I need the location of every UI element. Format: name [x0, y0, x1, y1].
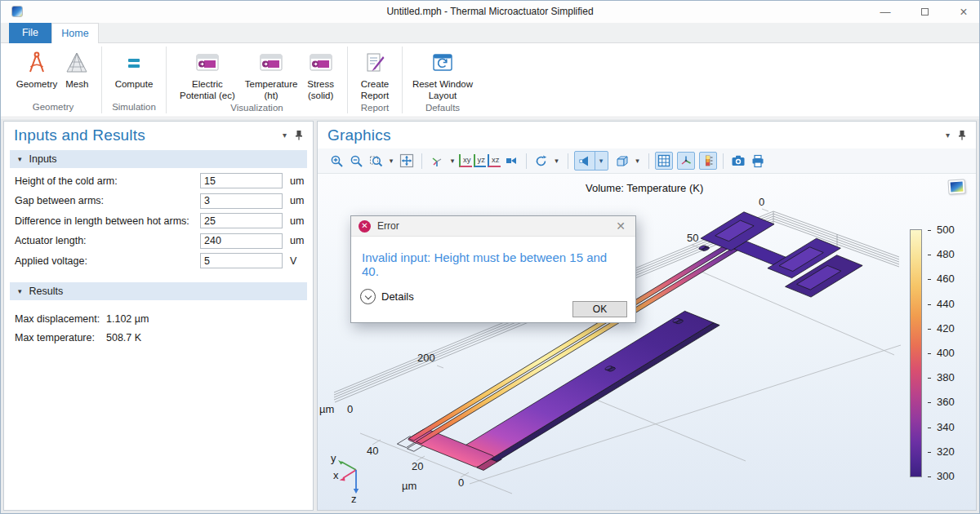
- unit-label: um: [283, 195, 307, 206]
- rotate-icon[interactable]: [532, 152, 550, 170]
- temperature-button[interactable]: Temperature (ht): [242, 47, 301, 103]
- error-dialog-title: Error: [377, 220, 607, 232]
- input-row-gap-between-arms: Gap between arms: um: [15, 193, 307, 209]
- zoom-in-icon[interactable]: [327, 152, 345, 170]
- dialog-close-icon[interactable]: ✕: [613, 219, 628, 233]
- zoom-box-icon[interactable]: [367, 152, 385, 170]
- triad-label-z: z: [351, 493, 357, 505]
- group-label-report: Report: [350, 103, 399, 117]
- axis-label: 50: [687, 232, 698, 244]
- graphics-canvas[interactable]: 0 50 200 300 µm 0 40 20 µm 0 y x z Volum…: [318, 174, 976, 510]
- gap-between-arms-field[interactable]: [200, 193, 283, 209]
- view-yz-button[interactable]: yz: [474, 154, 487, 168]
- triad-label-x: x: [333, 469, 339, 481]
- colorbar-tick-labels: 500480 460440 420400 380360 340320 300: [929, 224, 964, 482]
- max-temperature-value: 508.7 K: [106, 332, 141, 343]
- error-dialog: ✕ Error ✕ Invalid input: Height must be …: [350, 215, 636, 323]
- axes-toggle-icon[interactable]: [677, 152, 695, 170]
- reset-window-icon: [430, 48, 455, 78]
- minimize-icon[interactable]: —: [876, 6, 894, 18]
- transparency-dropdown-icon[interactable]: ▾: [633, 157, 643, 165]
- field-label: Applied voltage:: [15, 255, 200, 267]
- stress-button[interactable]: Stress (solid): [304, 47, 337, 103]
- scene-light-icon: [575, 152, 595, 170]
- scene-light-button[interactable]: ▾: [574, 151, 608, 171]
- group-label-visualization: Visualization: [169, 103, 345, 117]
- result-row-max-displacement: Max displacement: 1.102 µm: [15, 313, 307, 325]
- unit-label: um: [283, 235, 307, 246]
- close-icon[interactable]: ×: [955, 5, 973, 20]
- coordinate-triad: [338, 460, 359, 494]
- inputs-section-header[interactable]: ▾ Inputs: [10, 150, 307, 168]
- input-row-difference-length: Difference in length between hot arms: u…: [15, 213, 307, 228]
- plot-window-icon: [194, 48, 220, 78]
- transparency-icon[interactable]: [613, 152, 631, 170]
- tab-home[interactable]: Home: [51, 23, 99, 43]
- axis-label: 0: [458, 476, 464, 489]
- graphics-toolbar: ▾ ▾ xy yz xz ▾: [318, 148, 976, 174]
- pin-icon[interactable]: [958, 130, 966, 140]
- mesh-button[interactable]: Mesh: [60, 47, 93, 92]
- plot-window-icon: [258, 48, 284, 78]
- ok-button[interactable]: OK: [572, 301, 627, 317]
- triad-label-y: y: [331, 452, 336, 464]
- reset-window-layout-button[interactable]: Reset Window Layout: [409, 47, 476, 103]
- graphics-panel-title: Graphics: [327, 126, 946, 144]
- field-label: Actuator length:: [15, 235, 200, 246]
- create-report-button[interactable]: Create Report: [358, 47, 393, 103]
- electric-potential-button[interactable]: Electric Potential (ec): [176, 47, 238, 103]
- geometry-compass-icon: [24, 48, 50, 78]
- screenshot-camera-icon[interactable]: [729, 152, 747, 170]
- ribbon: Geometry Mesh Geometry: [1, 43, 979, 117]
- tab-file[interactable]: File: [9, 23, 51, 43]
- difference-length-field[interactable]: [200, 213, 283, 228]
- color-legend-toggle-icon[interactable]: [699, 152, 717, 170]
- grid-toggle-icon[interactable]: [655, 152, 673, 170]
- group-label-geometry: Geometry: [7, 102, 99, 117]
- scene-light-dropdown-icon: ▾: [595, 152, 608, 170]
- compute-button[interactable]: Compute: [112, 47, 157, 92]
- field-label: Difference in length between hot arms:: [15, 215, 200, 227]
- axis-label: 20: [412, 460, 423, 472]
- left-panel-title: Inputs and Results: [14, 126, 283, 144]
- axis-label: 0: [347, 403, 353, 415]
- unit-label: um: [283, 215, 307, 227]
- panel-menu-caret-icon[interactable]: ▾: [946, 131, 950, 140]
- group-label-defaults: Defaults: [405, 103, 480, 117]
- perspective-icon[interactable]: [502, 152, 520, 170]
- orientation-axes-icon[interactable]: [428, 152, 446, 170]
- temperature-colorbar: [910, 229, 922, 477]
- zoom-extents-icon[interactable]: [398, 152, 416, 170]
- window-title: Untitled.mph - Thermal Microactuator Sim…: [1, 6, 979, 17]
- axis-label: 200: [417, 352, 435, 364]
- input-row-actuator-length: Actuator length: um: [15, 233, 307, 249]
- maximize-icon[interactable]: [915, 6, 933, 18]
- orientation-dropdown-icon[interactable]: ▾: [448, 157, 457, 165]
- compute-equals-icon: [122, 48, 146, 78]
- zoom-out-icon[interactable]: [347, 152, 365, 170]
- details-expander[interactable]: Details: [360, 289, 414, 304]
- plot-window-icon: [308, 48, 334, 78]
- field-label: Height of the cold arm:: [15, 175, 200, 187]
- axis-label: µm: [402, 480, 416, 492]
- view-xz-button[interactable]: xz: [488, 154, 501, 168]
- zoom-box-dropdown-icon[interactable]: ▾: [386, 157, 396, 165]
- max-displacement-value: 1.102 µm: [106, 313, 149, 325]
- plot-thumbnail-icon[interactable]: [947, 179, 965, 194]
- error-message: Invalid input: Height must be between 15…: [351, 237, 635, 278]
- field-label: Gap between arms:: [15, 195, 200, 206]
- view-xy-button[interactable]: xy: [459, 154, 472, 168]
- results-section-header[interactable]: ▾ Results: [10, 282, 307, 300]
- rotate-dropdown-icon[interactable]: ▾: [552, 157, 562, 165]
- result-row-max-temperature: Max temperature: 508.7 K: [15, 332, 307, 343]
- pin-icon[interactable]: [295, 130, 303, 140]
- height-cold-arm-field[interactable]: [200, 173, 283, 188]
- print-icon[interactable]: [749, 152, 767, 170]
- collapse-triangle-icon: ▾: [18, 155, 22, 163]
- unit-label: V: [283, 255, 307, 267]
- panel-menu-caret-icon[interactable]: ▾: [283, 131, 287, 140]
- geometry-button[interactable]: Geometry: [13, 47, 61, 92]
- actuator-length-field[interactable]: [200, 233, 283, 249]
- applied-voltage-field[interactable]: [200, 253, 283, 268]
- axis-label: 0: [759, 196, 764, 208]
